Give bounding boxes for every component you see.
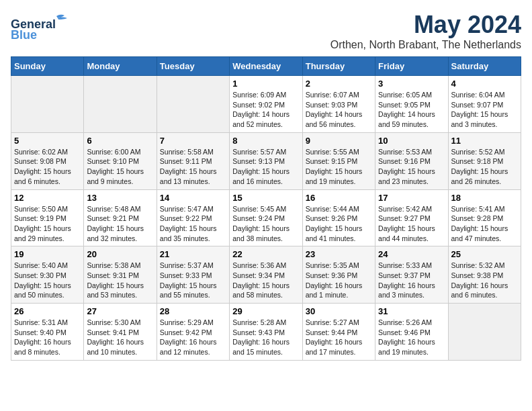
- calendar-cell: 13Sunrise: 5:48 AM Sunset: 9:21 PM Dayli…: [84, 189, 157, 246]
- page-header: General Blue May 2024 Orthen, North Brab…: [11, 11, 521, 51]
- day-number: 22: [232, 249, 299, 259]
- calendar-cell: 2Sunrise: 6:07 AM Sunset: 9:03 PM Daylig…: [302, 76, 375, 133]
- calendar-cell: 6Sunrise: 6:00 AM Sunset: 9:10 PM Daylig…: [84, 132, 157, 189]
- calendar-cell: 28Sunrise: 5:29 AM Sunset: 9:42 PM Dayli…: [157, 304, 229, 361]
- day-number: 25: [451, 249, 518, 259]
- calendar-cell: 15Sunrise: 5:45 AM Sunset: 9:24 PM Dayli…: [230, 189, 302, 246]
- calendar-week-2: 5Sunrise: 6:02 AM Sunset: 9:08 PM Daylig…: [11, 132, 521, 189]
- col-tuesday: Tuesday: [157, 57, 229, 76]
- day-info: Sunrise: 5:26 AM Sunset: 9:46 PM Dayligh…: [378, 318, 445, 357]
- calendar-cell: 25Sunrise: 5:32 AM Sunset: 9:38 PM Dayli…: [448, 246, 521, 304]
- calendar-cell: 16Sunrise: 5:44 AM Sunset: 9:26 PM Dayli…: [302, 189, 375, 246]
- calendar-cell: 19Sunrise: 5:40 AM Sunset: 9:30 PM Dayli…: [11, 246, 84, 304]
- day-info: Sunrise: 5:52 AM Sunset: 9:18 PM Dayligh…: [451, 147, 518, 187]
- calendar-cell: [448, 304, 521, 361]
- day-info: Sunrise: 5:27 AM Sunset: 9:44 PM Dayligh…: [306, 318, 372, 357]
- col-friday: Friday: [375, 57, 448, 76]
- calendar-cell: 4Sunrise: 6:04 AM Sunset: 9:07 PM Daylig…: [448, 76, 521, 133]
- calendar-cell: [157, 76, 229, 133]
- calendar-cell: [11, 76, 84, 133]
- day-number: 15: [232, 193, 299, 203]
- day-info: Sunrise: 5:35 AM Sunset: 9:36 PM Dayligh…: [306, 261, 372, 300]
- day-info: Sunrise: 5:28 AM Sunset: 9:43 PM Dayligh…: [232, 318, 299, 357]
- calendar-cell: 30Sunrise: 5:27 AM Sunset: 9:44 PM Dayli…: [302, 304, 375, 361]
- day-info: Sunrise: 5:42 AM Sunset: 9:27 PM Dayligh…: [378, 204, 445, 244]
- day-info: Sunrise: 5:57 AM Sunset: 9:13 PM Dayligh…: [232, 147, 299, 187]
- calendar-table: Sunday Monday Tuesday Wednesday Thursday…: [11, 56, 521, 361]
- calendar-cell: 18Sunrise: 5:41 AM Sunset: 9:28 PM Dayli…: [448, 189, 521, 246]
- calendar-cell: 10Sunrise: 5:53 AM Sunset: 9:16 PM Dayli…: [375, 132, 448, 189]
- day-info: Sunrise: 5:55 AM Sunset: 9:15 PM Dayligh…: [306, 147, 372, 187]
- day-info: Sunrise: 5:37 AM Sunset: 9:33 PM Dayligh…: [160, 261, 226, 300]
- day-info: Sunrise: 5:48 AM Sunset: 9:21 PM Dayligh…: [87, 204, 153, 244]
- day-info: Sunrise: 6:02 AM Sunset: 9:08 PM Dayligh…: [14, 147, 81, 187]
- calendar-cell: 5Sunrise: 6:02 AM Sunset: 9:08 PM Daylig…: [11, 132, 84, 189]
- calendar-week-5: 26Sunrise: 5:31 AM Sunset: 9:40 PM Dayli…: [11, 304, 521, 361]
- col-monday: Monday: [84, 57, 157, 76]
- calendar-cell: 21Sunrise: 5:37 AM Sunset: 9:33 PM Dayli…: [157, 246, 229, 304]
- svg-text:Blue: Blue: [11, 28, 37, 40]
- day-number: 30: [306, 306, 372, 316]
- day-number: 5: [14, 136, 81, 146]
- day-number: 11: [451, 136, 518, 146]
- day-number: 19: [14, 249, 81, 259]
- calendar-cell: 12Sunrise: 5:50 AM Sunset: 9:19 PM Dayli…: [11, 189, 84, 246]
- day-number: 12: [14, 193, 81, 203]
- day-number: 8: [232, 136, 299, 146]
- logo: General Blue: [11, 11, 91, 40]
- day-info: Sunrise: 5:29 AM Sunset: 9:42 PM Dayligh…: [160, 318, 226, 357]
- calendar-cell: 9Sunrise: 5:55 AM Sunset: 9:15 PM Daylig…: [302, 132, 375, 189]
- day-info: Sunrise: 5:31 AM Sunset: 9:40 PM Dayligh…: [14, 318, 81, 357]
- day-info: Sunrise: 5:30 AM Sunset: 9:41 PM Dayligh…: [87, 318, 153, 357]
- day-info: Sunrise: 6:05 AM Sunset: 9:05 PM Dayligh…: [378, 90, 445, 130]
- calendar-cell: 11Sunrise: 5:52 AM Sunset: 9:18 PM Dayli…: [448, 132, 521, 189]
- col-saturday: Saturday: [448, 57, 521, 76]
- day-info: Sunrise: 5:44 AM Sunset: 9:26 PM Dayligh…: [306, 204, 372, 244]
- calendar-week-3: 12Sunrise: 5:50 AM Sunset: 9:19 PM Dayli…: [11, 189, 521, 246]
- day-number: 31: [378, 306, 445, 316]
- calendar-cell: 22Sunrise: 5:36 AM Sunset: 9:34 PM Dayli…: [230, 246, 302, 304]
- day-number: 26: [14, 306, 81, 316]
- calendar-cell: 23Sunrise: 5:35 AM Sunset: 9:36 PM Dayli…: [302, 246, 375, 304]
- calendar-week-4: 19Sunrise: 5:40 AM Sunset: 9:30 PM Dayli…: [11, 246, 521, 304]
- day-number: 4: [451, 79, 518, 89]
- col-sunday: Sunday: [11, 57, 84, 76]
- day-info: Sunrise: 5:53 AM Sunset: 9:16 PM Dayligh…: [378, 147, 445, 187]
- day-info: Sunrise: 5:47 AM Sunset: 9:22 PM Dayligh…: [160, 204, 226, 244]
- day-info: Sunrise: 6:04 AM Sunset: 9:07 PM Dayligh…: [451, 90, 518, 130]
- calendar-cell: [84, 76, 157, 133]
- day-info: Sunrise: 6:07 AM Sunset: 9:03 PM Dayligh…: [306, 90, 372, 130]
- day-number: 18: [451, 193, 518, 203]
- day-number: 13: [87, 193, 153, 203]
- logo-svg: General Blue: [11, 11, 91, 40]
- calendar-cell: 27Sunrise: 5:30 AM Sunset: 9:41 PM Dayli…: [84, 304, 157, 361]
- day-info: Sunrise: 5:45 AM Sunset: 9:24 PM Dayligh…: [232, 204, 299, 244]
- day-number: 14: [160, 193, 226, 203]
- location-subtitle: Orthen, North Brabant, The Netherlands: [330, 39, 521, 51]
- day-number: 10: [378, 136, 445, 146]
- month-year-title: May 2024: [330, 11, 521, 39]
- day-info: Sunrise: 5:40 AM Sunset: 9:30 PM Dayligh…: [14, 261, 81, 300]
- day-number: 17: [378, 193, 445, 203]
- day-number: 29: [232, 306, 299, 316]
- calendar-cell: 26Sunrise: 5:31 AM Sunset: 9:40 PM Dayli…: [11, 304, 84, 361]
- day-number: 3: [378, 79, 445, 89]
- day-number: 6: [87, 136, 153, 146]
- day-info: Sunrise: 5:38 AM Sunset: 9:31 PM Dayligh…: [87, 261, 153, 300]
- calendar-header-row: Sunday Monday Tuesday Wednesday Thursday…: [11, 57, 521, 76]
- day-number: 20: [87, 249, 153, 259]
- calendar-cell: 7Sunrise: 5:58 AM Sunset: 9:11 PM Daylig…: [157, 132, 229, 189]
- day-info: Sunrise: 5:33 AM Sunset: 9:37 PM Dayligh…: [378, 261, 445, 300]
- calendar-cell: 17Sunrise: 5:42 AM Sunset: 9:27 PM Dayli…: [375, 189, 448, 246]
- calendar-week-1: 1Sunrise: 6:09 AM Sunset: 9:02 PM Daylig…: [11, 76, 521, 133]
- calendar-cell: 29Sunrise: 5:28 AM Sunset: 9:43 PM Dayli…: [230, 304, 302, 361]
- day-info: Sunrise: 6:09 AM Sunset: 9:02 PM Dayligh…: [232, 90, 299, 130]
- calendar-cell: 8Sunrise: 5:57 AM Sunset: 9:13 PM Daylig…: [230, 132, 302, 189]
- day-number: 24: [378, 249, 445, 259]
- day-number: 16: [306, 193, 372, 203]
- title-area: May 2024 Orthen, North Brabant, The Neth…: [330, 11, 521, 51]
- calendar-cell: 20Sunrise: 5:38 AM Sunset: 9:31 PM Dayli…: [84, 246, 157, 304]
- col-wednesday: Wednesday: [230, 57, 302, 76]
- day-info: Sunrise: 5:41 AM Sunset: 9:28 PM Dayligh…: [451, 204, 518, 244]
- day-info: Sunrise: 5:50 AM Sunset: 9:19 PM Dayligh…: [14, 204, 81, 244]
